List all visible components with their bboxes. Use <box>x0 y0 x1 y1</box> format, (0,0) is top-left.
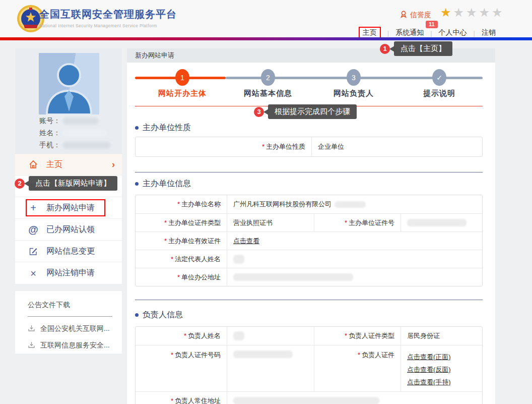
download-icon <box>28 324 35 333</box>
star-icon <box>453 6 467 19</box>
bullet-icon <box>135 313 139 317</box>
view-id-back-link[interactable]: 点击查看(反面) <box>407 363 451 376</box>
sidebar-item-home[interactable]: 主页 › <box>15 154 122 176</box>
redacted-value <box>233 255 244 264</box>
sidebar-item-site-cancellation[interactable]: × 网站注销申请 <box>15 262 122 284</box>
download-link-internet-info[interactable]: 互联网信息服务安全... <box>28 341 118 350</box>
phone-label: 手机： <box>39 141 60 150</box>
annotation-number-badge: 1 <box>380 44 390 54</box>
download-icon <box>28 341 35 350</box>
table-row: 主办单位有效证件 点击查看 <box>136 232 482 250</box>
reputation: 信誉度 <box>400 10 431 20</box>
download-link-label: 全国公安机关互联网... <box>40 324 110 333</box>
view-unit-cert-link[interactable]: 点击查看 <box>233 237 259 246</box>
section-heading-person-info: 负责人信息 <box>135 310 183 320</box>
annotation-number-badge: 3 <box>254 107 264 117</box>
page-title: 新办网站申请 <box>135 51 174 59</box>
section-title: 主办单位性质 <box>143 123 191 133</box>
annotation-step1: 1 点击【主页】 <box>380 41 452 56</box>
redacted-value <box>335 201 366 208</box>
redacted-value <box>233 331 244 340</box>
field-label-cell: 主办单位证件号 <box>314 214 401 232</box>
field-value-cell <box>227 327 314 345</box>
annotation-tooltip: 点击【主页】 <box>394 41 452 56</box>
field-label-cell: 主办单位名称 <box>136 195 227 213</box>
header-gradient-bar <box>0 37 532 40</box>
annotation-number-badge: 2 <box>15 179 25 189</box>
star-icon <box>466 6 479 19</box>
account-label: 账号： <box>39 117 60 126</box>
nav-home[interactable]: 主页 <box>363 28 377 36</box>
sidebar-item-label: 主页 <box>46 159 62 170</box>
field-label-cell: 负责人证件号码 <box>136 345 227 391</box>
sidebar-item-site-info-change[interactable]: 网站信息变更 <box>15 241 122 262</box>
person-info-table: 负责人姓名 负责人证件类型 居民身份证 负责人证件号码 负责人证件 点击查看(正… <box>135 326 483 404</box>
nav-separator <box>430 29 432 37</box>
annotation-tooltip: 根据提示完成四个步骤 <box>268 104 357 119</box>
section-title: 主办单位信息 <box>143 179 191 189</box>
field-label-cell: 负责人常住地址 <box>136 392 227 404</box>
brand: 全国互联网安全管理服务平台 National Internet Security… <box>39 8 177 28</box>
name-value-redacted <box>62 130 107 137</box>
sidebar-item-label: 新办网站申请 <box>46 203 95 213</box>
nav-separator <box>387 29 389 37</box>
bullet-icon <box>135 182 139 186</box>
field-label-cell: 单位办公地址 <box>136 268 227 286</box>
step-4-label: 提示说明 <box>404 89 475 98</box>
field-label-cell: 负责人姓名 <box>136 327 227 345</box>
section-divider <box>135 300 483 300</box>
field-value-cell <box>227 268 482 286</box>
field-value-cell <box>401 214 482 232</box>
star-icon <box>492 6 505 19</box>
downloads-title: 公告文件下载 <box>28 301 112 317</box>
home-icon <box>28 159 39 169</box>
section-title: 负责人信息 <box>143 310 183 320</box>
download-link-national[interactable]: 全国公安机关互联网... <box>28 324 118 333</box>
nav-system-notices[interactable]: 系统通知 <box>395 28 424 37</box>
profile-name-row: 姓名： <box>39 129 107 138</box>
field-label-cell: 主办单位有效证件 <box>136 232 227 250</box>
step-2-circle: 2 <box>261 69 275 86</box>
nav-separator <box>474 29 475 37</box>
site-title: 全国互联网安全管理服务平台 <box>39 8 177 21</box>
view-id-holding-link[interactable]: 点击查看(手持) <box>407 376 451 388</box>
view-id-front-link[interactable]: 点击查看(正面) <box>407 351 451 363</box>
annotation-tooltip: 点击【新版网站申请】 <box>29 176 117 191</box>
redacted-value <box>407 219 467 226</box>
step-1-label: 网站开办主体 <box>147 89 218 98</box>
annotation-step3: 3 根据提示完成四个步骤 <box>254 104 357 119</box>
redacted-value <box>233 273 353 281</box>
header: 全国互联网安全管理服务平台 National Internet Security… <box>0 0 532 37</box>
sidebar-item-label: 网站注销申请 <box>46 268 95 278</box>
table-row: 主办单位名称 广州凡科互联网科技股份有限公司 <box>136 195 482 213</box>
redacted-value <box>233 351 293 358</box>
step-3-circle: 3 <box>347 69 361 86</box>
at-icon: @ <box>28 224 39 236</box>
plus-icon: + <box>28 203 39 213</box>
page: 全国互联网安全管理服务平台 National Internet Security… <box>0 0 532 404</box>
name-label: 姓名： <box>39 129 60 138</box>
table-row: 主办单位证件类型 营业执照证书 主办单位证件号 <box>136 213 482 232</box>
redacted-value <box>233 397 379 404</box>
section-heading-unit-nature: 主办单位性质 <box>135 123 191 133</box>
star-icon <box>440 6 453 19</box>
nav-logout[interactable]: 注销 <box>482 28 496 37</box>
sidebar-item-claim-site[interactable]: @ 已办网站认领 <box>15 219 122 241</box>
field-value-cell: 企业单位 <box>312 137 482 156</box>
star-rating <box>440 6 505 20</box>
nav-personal-center[interactable]: 个人中心 <box>439 28 467 37</box>
downloads-panel: 公告文件下载 全国公安机关互联网... 互联网信息服务安全... <box>15 291 122 354</box>
annotation-step2: 2 点击【新版网站申请】 <box>15 176 117 191</box>
avatar <box>39 53 99 114</box>
profile-account-row: 账号： <box>39 117 99 126</box>
step-4-check-icon: ✓ <box>432 69 446 86</box>
field-value-cell: 点击查看 <box>227 232 482 250</box>
table-row: 法定代表人姓名 <box>136 250 482 268</box>
field-label-cell: 负责人证件类型 <box>314 327 401 345</box>
table-row: 单位办公地址 <box>136 268 482 286</box>
field-label-cell: 主办单位性质 <box>136 137 312 156</box>
unit-nature-table: 主办单位性质 企业单位 <box>135 137 483 157</box>
sidebar-item-new-site-application[interactable]: + 新办网站申请 <box>15 197 122 219</box>
step-2-label: 网站基本信息 <box>233 89 303 98</box>
table-row: 主办单位性质 企业单位 <box>136 137 482 156</box>
